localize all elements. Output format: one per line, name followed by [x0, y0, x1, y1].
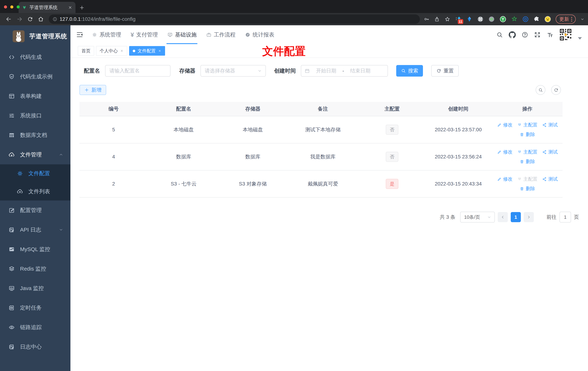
fullscreen-icon[interactable]: [534, 31, 541, 38]
sidebar-item-code-gen[interactable]: 代码生成: [0, 47, 70, 67]
date-end-input[interactable]: [345, 68, 376, 74]
date-start-input[interactable]: [311, 68, 341, 74]
sidebar-item-file-config[interactable]: 文件配置: [0, 164, 70, 182]
extension-star-icon[interactable]: [511, 16, 518, 22]
extension-dot-icon[interactable]: [488, 16, 495, 22]
delete-link[interactable]: 删除: [520, 131, 535, 138]
help-icon[interactable]: [521, 31, 528, 38]
yen-icon: ¥: [131, 32, 134, 38]
share-icon[interactable]: [434, 16, 440, 22]
tag-close-icon[interactable]: [158, 49, 161, 53]
sidebar-item-label: 日志中心: [20, 343, 42, 350]
top-menu-infrastructure[interactable]: 基础设施: [163, 25, 201, 44]
extensions-puzzle-icon[interactable]: [533, 16, 540, 22]
back-icon[interactable]: [5, 16, 12, 22]
address-bar[interactable]: 127.0.0.1:1024/infra/file/file-config: [49, 14, 420, 24]
add-button-label: 新增: [91, 86, 102, 93]
tab-close-icon[interactable]: [68, 5, 72, 10]
forward-icon[interactable]: [16, 16, 23, 22]
font-size-icon[interactable]: [546, 31, 553, 38]
sidebar-item-log-center[interactable]: 日志中心: [0, 337, 70, 357]
sidebar-item-mysql-monitor[interactable]: MySQL 监控: [0, 240, 70, 259]
add-button[interactable]: 新增: [79, 85, 106, 95]
search-button[interactable]: 搜索: [396, 65, 423, 77]
sidebar-item-code-demo[interactable]: 代码生成示例: [0, 67, 70, 86]
sidebar-item-tracing[interactable]: 链路追踪: [0, 318, 70, 337]
browser-update-button[interactable]: 更新: [556, 15, 576, 24]
test-link[interactable]: 测试: [542, 149, 558, 155]
test-link[interactable]: 测试: [542, 122, 558, 128]
tag-home[interactable]: 首页: [78, 46, 94, 56]
sidebar-item-form-builder[interactable]: 表单构建: [0, 86, 70, 106]
extension-emoji-icon[interactable]: [544, 16, 551, 23]
toolbar-overflow-chevron-icon[interactable]: [580, 17, 585, 21]
storage-select[interactable]: [200, 65, 266, 77]
search-icon[interactable]: [496, 31, 503, 38]
tag-profile[interactable]: 个人中心: [96, 46, 127, 56]
page-number-button[interactable]: 1: [511, 212, 521, 222]
page-size-select[interactable]: 10条/页: [460, 212, 495, 223]
reset-button[interactable]: 重置: [431, 65, 459, 77]
extension-eye-icon[interactable]: [522, 16, 529, 22]
sidebar-item-java-monitor[interactable]: Java 监控: [0, 278, 70, 298]
master-badge: 否: [386, 125, 398, 135]
edit-link[interactable]: 修改: [497, 176, 513, 182]
new-tab-button[interactable]: [79, 5, 85, 11]
site-info-icon[interactable]: [52, 17, 57, 22]
minimize-window-button[interactable]: [10, 5, 13, 9]
top-menu-payment[interactable]: ¥ 支付管理: [126, 25, 163, 44]
sidebar-item-scheduled-tasks[interactable]: 定时任务: [0, 298, 70, 318]
sidebar-fold-button[interactable]: [76, 31, 84, 39]
tag-close-icon[interactable]: [120, 49, 124, 53]
search-icon: [538, 88, 543, 93]
edit-link[interactable]: 修改: [497, 149, 513, 155]
refresh-table-button[interactable]: [551, 85, 561, 95]
code-icon: [8, 54, 15, 61]
master-link[interactable]: 主配置: [517, 122, 537, 128]
delete-link[interactable]: 删除: [520, 159, 535, 165]
edit-square-icon: [8, 207, 15, 214]
share-nodes-icon: [542, 177, 547, 181]
extension-command-icon[interactable]: [477, 16, 484, 22]
cloud-upload-icon: [17, 188, 23, 195]
top-menu-workflow[interactable]: 工作流程: [201, 25, 240, 44]
extension-pinned[interactable]: 11: [455, 16, 462, 22]
delete-link[interactable]: 删除: [520, 186, 535, 192]
sidebar-item-db-doc[interactable]: 数据库文档: [0, 125, 70, 145]
leaf-favicon: [22, 5, 27, 10]
sidebar-item-system-api[interactable]: 系统接口: [0, 106, 70, 125]
sidebar-item-redis-monitor[interactable]: Redis 监控: [0, 259, 70, 278]
refresh-icon: [554, 88, 558, 93]
qr-avatar[interactable]: [559, 28, 572, 42]
sidebar-item-file-management[interactable]: 文件管理: [0, 145, 70, 164]
sidebar-item-file-list[interactable]: 文件列表: [0, 182, 70, 201]
storage-select-input[interactable]: [205, 68, 256, 74]
bookmark-star-icon[interactable]: [444, 16, 451, 22]
top-menu-system[interactable]: 系统管理: [87, 25, 126, 44]
col-id: 编号: [79, 106, 148, 112]
toggle-search-button[interactable]: [536, 85, 545, 95]
master-link[interactable]: 主配置: [517, 149, 537, 155]
reload-icon[interactable]: [27, 16, 33, 22]
tag-file-config[interactable]: 文件配置: [129, 46, 165, 56]
sidebar-item-config-management[interactable]: 配置管理: [0, 201, 70, 220]
edit-link[interactable]: 修改: [497, 122, 513, 128]
extension-kite-icon[interactable]: [466, 16, 472, 22]
date-range-picker[interactable]: -: [301, 65, 388, 77]
browser-tab[interactable]: 芋道管理系统: [19, 2, 75, 13]
github-icon[interactable]: [509, 31, 516, 39]
avatar-dropdown-caret-icon[interactable]: [578, 37, 582, 40]
passwords-key-icon[interactable]: [423, 16, 430, 22]
zoom-window-button[interactable]: [17, 5, 20, 9]
close-window-button[interactable]: [4, 5, 7, 9]
top-menu-reports[interactable]: 统计报表: [240, 25, 279, 44]
sidebar-item-api-log[interactable]: API 日志: [0, 220, 70, 240]
config-name-input[interactable]: [109, 68, 166, 74]
test-link[interactable]: 测试: [542, 176, 558, 182]
goto-page-input[interactable]: [559, 212, 571, 223]
browser-menu-icon[interactable]: [571, 17, 572, 21]
home-icon[interactable]: [38, 16, 44, 22]
extension-y-icon[interactable]: [499, 16, 506, 23]
prev-page-button[interactable]: [498, 212, 508, 222]
next-page-button[interactable]: [524, 212, 534, 222]
